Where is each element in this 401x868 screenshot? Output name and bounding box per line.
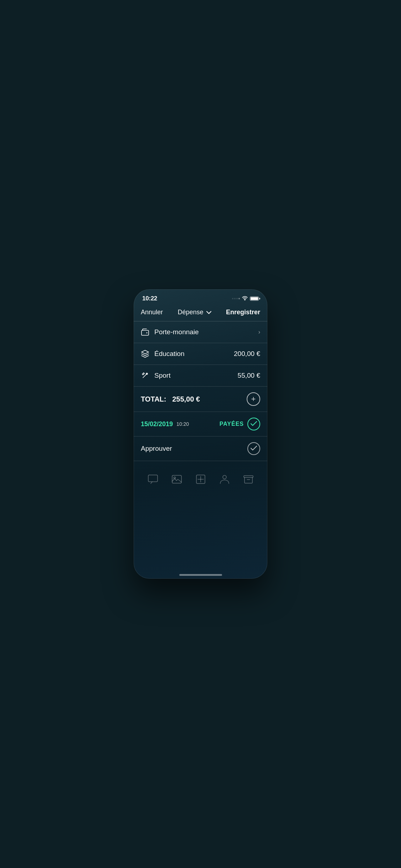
education-row[interactable]: Éducation 200,00 €: [134, 343, 267, 365]
wifi-icon: [242, 296, 248, 301]
battery-icon: [250, 296, 259, 301]
toolbar: [134, 464, 267, 492]
tag-icon: [193, 472, 209, 486]
education-label: Éducation: [154, 350, 185, 358]
svg-point-11: [223, 475, 226, 479]
sport-icon: [141, 371, 149, 380]
date-status-row[interactable]: 15/02/2019 10:20 PAYÉES: [134, 412, 267, 436]
sport-label: Sport: [154, 372, 170, 379]
svg-rect-6: [172, 475, 181, 483]
home-indicator: [179, 574, 222, 576]
svg-rect-1: [142, 330, 149, 335]
approve-check-icon: [251, 445, 257, 453]
nav-bar: Annuler Dépense Enregistrer: [134, 305, 267, 321]
signal-icon: [232, 298, 240, 299]
person-icon: [217, 472, 232, 486]
wallet-icon: [141, 328, 149, 336]
approve-check-button[interactable]: [247, 442, 260, 455]
svg-point-2: [146, 332, 148, 334]
date-value: 15/02/2019: [141, 420, 173, 428]
approve-label: Approuver: [141, 445, 172, 453]
image-button[interactable]: [169, 472, 185, 486]
svg-point-0: [245, 300, 245, 300]
archive-button[interactable]: [241, 472, 256, 486]
total-label: TOTAL: 255,00 €: [141, 395, 200, 403]
add-item-button[interactable]: +: [247, 392, 260, 406]
chevron-down-icon: [206, 310, 211, 315]
nav-title-label: Dépense: [178, 309, 203, 316]
tag-button[interactable]: [193, 472, 209, 486]
svg-rect-5: [148, 475, 158, 482]
wallet-row[interactable]: Porte-monnaie ›: [134, 321, 267, 343]
status-bar: 10:22: [134, 289, 267, 305]
time-value: 10:20: [176, 421, 189, 427]
sport-value: 55,00 €: [238, 372, 260, 379]
cancel-button[interactable]: Annuler: [141, 309, 163, 316]
sport-row[interactable]: Sport 55,00 €: [134, 365, 267, 387]
plus-icon: +: [251, 395, 256, 403]
phone-frame: 10:22 Annuler Dé: [134, 289, 267, 579]
status-time: 10:22: [142, 295, 157, 302]
image-icon: [169, 472, 185, 486]
check-icon: [251, 420, 257, 428]
person-button[interactable]: [217, 472, 232, 486]
transaction-type-selector[interactable]: Dépense: [178, 309, 211, 316]
education-value: 200,00 €: [234, 350, 260, 358]
total-row: TOTAL: 255,00 € +: [134, 387, 267, 412]
chevron-right-icon: ›: [258, 329, 260, 335]
comment-icon: [145, 472, 161, 486]
comment-button[interactable]: [145, 472, 161, 486]
save-button[interactable]: Enregistrer: [226, 309, 260, 316]
wallet-label: Porte-monnaie: [154, 328, 199, 336]
education-icon: [141, 350, 149, 358]
archive-icon: [241, 472, 256, 486]
status-icons: [232, 296, 259, 301]
payment-status-label: PAYÉES: [220, 421, 244, 427]
payment-status-check[interactable]: [247, 418, 260, 430]
svg-rect-12: [244, 476, 253, 477]
approve-row[interactable]: Approuver: [134, 436, 267, 461]
